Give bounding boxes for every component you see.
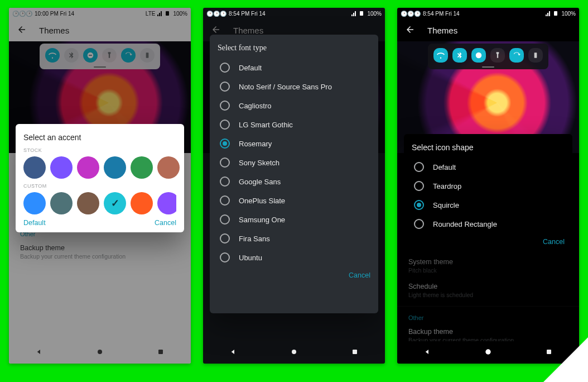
default-button[interactable]: Default	[23, 219, 46, 227]
color-swatch[interactable]	[23, 192, 46, 214]
shape-option[interactable]: Rounded Rectangle	[412, 214, 565, 233]
battery-saver-icon[interactable]	[140, 48, 155, 63]
setting-system-theme[interactable]: System theme Pitch black	[397, 254, 579, 278]
font-option[interactable]: Google Sans	[218, 172, 370, 191]
battery-saver-icon[interactable]	[528, 48, 543, 63]
setting-backup[interactable]: Backup theme Backup your current theme c…	[9, 240, 191, 264]
font-option-label: LG Smart Gothic	[239, 121, 293, 129]
shape-dialog: Select icon shape DefaultTeardropSquircl…	[404, 134, 572, 251]
autorotate-icon[interactable]	[121, 48, 136, 63]
nav-recents[interactable]	[156, 347, 165, 358]
setting-backup[interactable]: Backup theme Backup your current theme c…	[397, 323, 579, 341]
qs-handle[interactable]	[94, 66, 106, 68]
color-swatch[interactable]	[157, 192, 176, 214]
radio-icon	[220, 176, 230, 187]
font-option[interactable]: Rosemary	[218, 134, 370, 153]
signal-icon	[157, 11, 163, 16]
status-net: LTE	[146, 11, 156, 17]
color-swatch[interactable]	[77, 192, 99, 214]
color-swatch[interactable]	[50, 156, 73, 179]
dnd-icon[interactable]	[471, 48, 486, 63]
color-swatch[interactable]	[131, 156, 153, 179]
shape-option-label: Default	[433, 163, 456, 171]
dialog-title: Select icon shape	[412, 143, 565, 152]
signal-icon	[351, 11, 357, 16]
shape-option[interactable]: Default	[412, 157, 565, 176]
font-option[interactable]: Cagliostro	[218, 96, 370, 115]
nav-recents[interactable]	[544, 347, 553, 358]
back-button[interactable]	[405, 25, 415, 36]
nav-home[interactable]	[290, 347, 298, 358]
svg-rect-11	[554, 11, 557, 16]
svg-point-12	[476, 52, 482, 59]
radio-icon	[220, 63, 230, 73]
color-swatch[interactable]	[50, 192, 73, 214]
bluetooth-icon[interactable]	[64, 48, 79, 63]
section-header: Other	[397, 310, 579, 323]
font-dialog: Select font type DefaultNoto Serif / Sou…	[210, 35, 378, 313]
bluetooth-icon[interactable]	[452, 48, 467, 63]
qs-handle[interactable]	[482, 66, 494, 68]
font-option-label: Default	[239, 64, 262, 72]
flashlight-icon[interactable]	[490, 48, 505, 63]
shape-option[interactable]: Teardrop	[412, 176, 565, 195]
status-bar: 🕑🕑🕑 10:00 PM Fri 14 LTE 100%	[9, 8, 191, 19]
label-custom: CUSTOM	[23, 183, 176, 189]
svg-rect-2	[89, 55, 92, 55]
nav-home[interactable]	[95, 347, 104, 358]
setting-schedule[interactable]: Schedule Light theme is scheduled	[397, 278, 579, 303]
svg-rect-3	[146, 52, 149, 58]
status-bar: 🕑🕑🕑 8:54 PM Fri 14 100%	[203, 8, 385, 19]
cancel-button[interactable]: Cancel	[155, 219, 176, 227]
nav-home[interactable]	[484, 347, 493, 358]
status-batt: 100%	[173, 11, 187, 17]
dialog-actions: Default Cancel	[23, 219, 176, 227]
font-option-label: Noto Serif / Source Sans Pro	[239, 83, 332, 91]
dnd-icon[interactable]	[83, 48, 98, 63]
qs-panel	[40, 44, 160, 69]
flashlight-icon[interactable]	[102, 48, 117, 63]
color-swatch[interactable]	[104, 156, 126, 179]
wifi-icon[interactable]	[45, 48, 60, 63]
color-swatch[interactable]	[157, 156, 180, 179]
font-option-label: Rosemary	[239, 140, 272, 148]
font-option[interactable]: OnePlus Slate	[218, 191, 370, 210]
color-swatch[interactable]	[77, 156, 99, 179]
font-option[interactable]: LG Smart Gothic	[218, 115, 370, 134]
page-title: Themes	[233, 26, 263, 35]
app-bar: Themes	[9, 19, 191, 41]
cancel-button[interactable]: Cancel	[543, 238, 565, 246]
font-option[interactable]: Ubuntu	[218, 248, 370, 267]
page-title: Themes	[427, 26, 457, 35]
svg-rect-6	[360, 11, 363, 16]
svg-point-14	[485, 349, 490, 354]
nav-back[interactable]	[423, 347, 432, 358]
radio-icon	[414, 219, 424, 229]
cancel-button[interactable]: Cancel	[349, 271, 370, 279]
font-option[interactable]: Samsung One	[218, 210, 370, 229]
font-option[interactable]: Sony Sketch	[218, 153, 370, 172]
font-option-label: Sony Sketch	[239, 159, 279, 167]
nav-back[interactable]	[35, 347, 44, 358]
color-swatch[interactable]	[104, 192, 126, 214]
radio-icon	[220, 139, 230, 149]
font-option-label: OnePlus Slate	[239, 197, 285, 205]
nav-recents[interactable]	[350, 347, 359, 358]
radio-icon	[414, 181, 424, 191]
back-button[interactable]	[17, 25, 27, 36]
font-option[interactable]: Default	[218, 58, 370, 77]
svg-rect-10	[353, 350, 357, 354]
nav-back[interactable]	[229, 347, 238, 358]
font-option[interactable]: Fira Sans	[218, 229, 370, 248]
radio-icon	[220, 101, 230, 111]
wifi-icon[interactable]	[433, 48, 448, 63]
color-swatch[interactable]	[131, 192, 153, 214]
svg-rect-0	[166, 11, 169, 16]
battery-icon	[553, 11, 559, 16]
shape-option[interactable]: Squircle	[412, 195, 565, 214]
autorotate-icon[interactable]	[509, 48, 524, 63]
color-swatch[interactable]	[23, 156, 46, 179]
font-option[interactable]: Noto Serif / Source Sans Pro	[218, 77, 370, 96]
notif-icons: 🕑🕑🕑	[401, 11, 421, 17]
nav-bar	[203, 341, 385, 364]
